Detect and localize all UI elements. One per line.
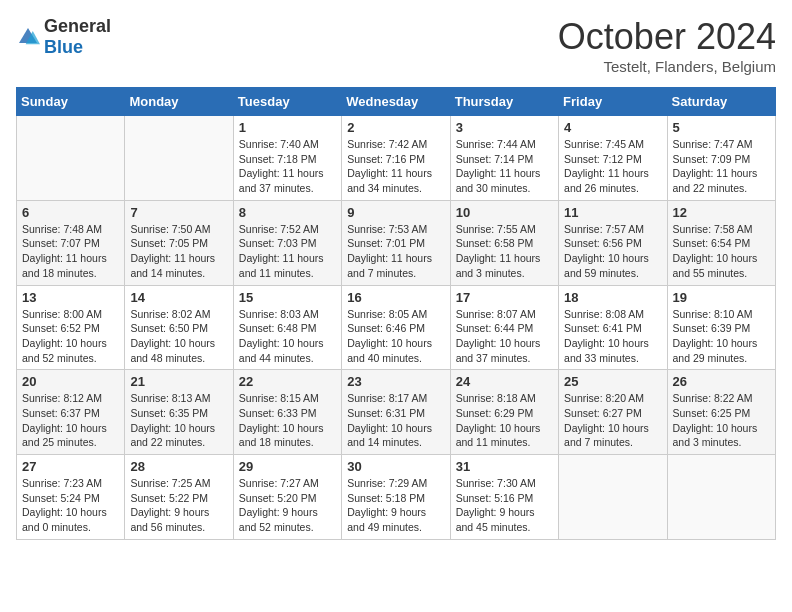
cell-info: Sunrise: 7:55 AM Sunset: 6:58 PM Dayligh… [456, 222, 553, 281]
cell-info: Sunrise: 8:12 AM Sunset: 6:37 PM Dayligh… [22, 391, 119, 450]
day-header-tuesday: Tuesday [233, 88, 341, 116]
day-number: 30 [347, 459, 444, 474]
day-number: 12 [673, 205, 770, 220]
cell-info: Sunrise: 8:02 AM Sunset: 6:50 PM Dayligh… [130, 307, 227, 366]
page-header: General Blue October 2024 Testelt, Fland… [16, 16, 776, 75]
calendar-week-row: 20Sunrise: 8:12 AM Sunset: 6:37 PM Dayli… [17, 370, 776, 455]
calendar-cell: 10Sunrise: 7:55 AM Sunset: 6:58 PM Dayli… [450, 200, 558, 285]
calendar-cell: 15Sunrise: 8:03 AM Sunset: 6:48 PM Dayli… [233, 285, 341, 370]
day-number: 17 [456, 290, 553, 305]
calendar-cell [559, 455, 667, 540]
day-number: 24 [456, 374, 553, 389]
cell-info: Sunrise: 7:23 AM Sunset: 5:24 PM Dayligh… [22, 476, 119, 535]
logo: General Blue [16, 16, 111, 58]
cell-info: Sunrise: 8:10 AM Sunset: 6:39 PM Dayligh… [673, 307, 770, 366]
calendar-cell: 18Sunrise: 8:08 AM Sunset: 6:41 PM Dayli… [559, 285, 667, 370]
day-header-wednesday: Wednesday [342, 88, 450, 116]
calendar-cell: 24Sunrise: 8:18 AM Sunset: 6:29 PM Dayli… [450, 370, 558, 455]
cell-info: Sunrise: 8:13 AM Sunset: 6:35 PM Dayligh… [130, 391, 227, 450]
cell-info: Sunrise: 8:07 AM Sunset: 6:44 PM Dayligh… [456, 307, 553, 366]
cell-info: Sunrise: 7:48 AM Sunset: 7:07 PM Dayligh… [22, 222, 119, 281]
calendar-cell [667, 455, 775, 540]
day-number: 4 [564, 120, 661, 135]
calendar-cell: 1Sunrise: 7:40 AM Sunset: 7:18 PM Daylig… [233, 116, 341, 201]
day-number: 5 [673, 120, 770, 135]
day-number: 8 [239, 205, 336, 220]
calendar-cell: 16Sunrise: 8:05 AM Sunset: 6:46 PM Dayli… [342, 285, 450, 370]
calendar-cell: 6Sunrise: 7:48 AM Sunset: 7:07 PM Daylig… [17, 200, 125, 285]
day-number: 23 [347, 374, 444, 389]
day-number: 27 [22, 459, 119, 474]
day-number: 11 [564, 205, 661, 220]
calendar-cell: 21Sunrise: 8:13 AM Sunset: 6:35 PM Dayli… [125, 370, 233, 455]
cell-info: Sunrise: 8:03 AM Sunset: 6:48 PM Dayligh… [239, 307, 336, 366]
day-number: 1 [239, 120, 336, 135]
calendar-cell: 22Sunrise: 8:15 AM Sunset: 6:33 PM Dayli… [233, 370, 341, 455]
cell-info: Sunrise: 7:57 AM Sunset: 6:56 PM Dayligh… [564, 222, 661, 281]
day-number: 10 [456, 205, 553, 220]
day-number: 18 [564, 290, 661, 305]
day-number: 2 [347, 120, 444, 135]
day-number: 14 [130, 290, 227, 305]
day-header-thursday: Thursday [450, 88, 558, 116]
day-number: 9 [347, 205, 444, 220]
calendar-cell: 25Sunrise: 8:20 AM Sunset: 6:27 PM Dayli… [559, 370, 667, 455]
calendar-cell: 20Sunrise: 8:12 AM Sunset: 6:37 PM Dayli… [17, 370, 125, 455]
calendar-cell: 29Sunrise: 7:27 AM Sunset: 5:20 PM Dayli… [233, 455, 341, 540]
cell-info: Sunrise: 8:15 AM Sunset: 6:33 PM Dayligh… [239, 391, 336, 450]
day-number: 6 [22, 205, 119, 220]
day-number: 28 [130, 459, 227, 474]
day-header-saturday: Saturday [667, 88, 775, 116]
calendar-cell: 19Sunrise: 8:10 AM Sunset: 6:39 PM Dayli… [667, 285, 775, 370]
day-number: 20 [22, 374, 119, 389]
cell-info: Sunrise: 7:53 AM Sunset: 7:01 PM Dayligh… [347, 222, 444, 281]
cell-info: Sunrise: 7:25 AM Sunset: 5:22 PM Dayligh… [130, 476, 227, 535]
day-number: 7 [130, 205, 227, 220]
calendar-cell: 7Sunrise: 7:50 AM Sunset: 7:05 PM Daylig… [125, 200, 233, 285]
day-number: 22 [239, 374, 336, 389]
calendar-cell: 5Sunrise: 7:47 AM Sunset: 7:09 PM Daylig… [667, 116, 775, 201]
cell-info: Sunrise: 8:00 AM Sunset: 6:52 PM Dayligh… [22, 307, 119, 366]
day-number: 16 [347, 290, 444, 305]
calendar-cell [17, 116, 125, 201]
calendar-cell: 23Sunrise: 8:17 AM Sunset: 6:31 PM Dayli… [342, 370, 450, 455]
day-header-monday: Monday [125, 88, 233, 116]
cell-info: Sunrise: 7:52 AM Sunset: 7:03 PM Dayligh… [239, 222, 336, 281]
cell-info: Sunrise: 7:30 AM Sunset: 5:16 PM Dayligh… [456, 476, 553, 535]
calendar-cell: 31Sunrise: 7:30 AM Sunset: 5:16 PM Dayli… [450, 455, 558, 540]
cell-info: Sunrise: 7:44 AM Sunset: 7:14 PM Dayligh… [456, 137, 553, 196]
calendar-table: SundayMondayTuesdayWednesdayThursdayFrid… [16, 87, 776, 540]
logo-general: General [44, 16, 111, 36]
cell-info: Sunrise: 8:05 AM Sunset: 6:46 PM Dayligh… [347, 307, 444, 366]
day-number: 21 [130, 374, 227, 389]
calendar-cell: 28Sunrise: 7:25 AM Sunset: 5:22 PM Dayli… [125, 455, 233, 540]
cell-info: Sunrise: 7:29 AM Sunset: 5:18 PM Dayligh… [347, 476, 444, 535]
calendar-week-row: 13Sunrise: 8:00 AM Sunset: 6:52 PM Dayli… [17, 285, 776, 370]
calendar-cell: 9Sunrise: 7:53 AM Sunset: 7:01 PM Daylig… [342, 200, 450, 285]
cell-info: Sunrise: 8:17 AM Sunset: 6:31 PM Dayligh… [347, 391, 444, 450]
day-number: 3 [456, 120, 553, 135]
title-block: October 2024 Testelt, Flanders, Belgium [558, 16, 776, 75]
cell-info: Sunrise: 8:20 AM Sunset: 6:27 PM Dayligh… [564, 391, 661, 450]
calendar-week-row: 27Sunrise: 7:23 AM Sunset: 5:24 PM Dayli… [17, 455, 776, 540]
calendar-cell: 26Sunrise: 8:22 AM Sunset: 6:25 PM Dayli… [667, 370, 775, 455]
day-number: 25 [564, 374, 661, 389]
calendar-cell: 2Sunrise: 7:42 AM Sunset: 7:16 PM Daylig… [342, 116, 450, 201]
month-title: October 2024 [558, 16, 776, 58]
calendar-cell: 30Sunrise: 7:29 AM Sunset: 5:18 PM Dayli… [342, 455, 450, 540]
logo-blue: Blue [44, 37, 83, 57]
calendar-cell: 14Sunrise: 8:02 AM Sunset: 6:50 PM Dayli… [125, 285, 233, 370]
cell-info: Sunrise: 7:40 AM Sunset: 7:18 PM Dayligh… [239, 137, 336, 196]
cell-info: Sunrise: 7:58 AM Sunset: 6:54 PM Dayligh… [673, 222, 770, 281]
cell-info: Sunrise: 7:47 AM Sunset: 7:09 PM Dayligh… [673, 137, 770, 196]
calendar-cell: 12Sunrise: 7:58 AM Sunset: 6:54 PM Dayli… [667, 200, 775, 285]
calendar-cell: 3Sunrise: 7:44 AM Sunset: 7:14 PM Daylig… [450, 116, 558, 201]
cell-info: Sunrise: 8:18 AM Sunset: 6:29 PM Dayligh… [456, 391, 553, 450]
day-header-sunday: Sunday [17, 88, 125, 116]
calendar-cell: 17Sunrise: 8:07 AM Sunset: 6:44 PM Dayli… [450, 285, 558, 370]
cell-info: Sunrise: 7:45 AM Sunset: 7:12 PM Dayligh… [564, 137, 661, 196]
day-number: 29 [239, 459, 336, 474]
cell-info: Sunrise: 8:08 AM Sunset: 6:41 PM Dayligh… [564, 307, 661, 366]
cell-info: Sunrise: 7:27 AM Sunset: 5:20 PM Dayligh… [239, 476, 336, 535]
calendar-cell: 4Sunrise: 7:45 AM Sunset: 7:12 PM Daylig… [559, 116, 667, 201]
